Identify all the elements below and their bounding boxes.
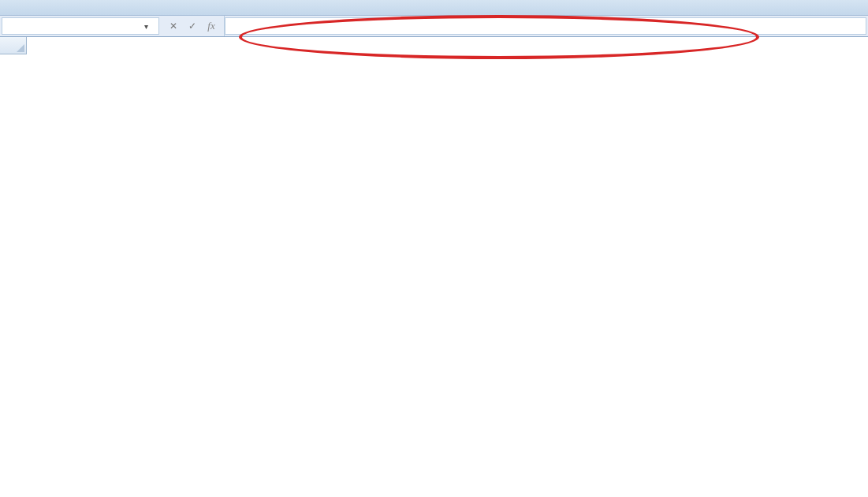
- formula-bar: ▾ ✕ ✓ fx: [0, 16, 868, 37]
- select-all-corner[interactable]: [0, 37, 27, 54]
- ribbon-group-labels: [0, 0, 868, 16]
- spreadsheet-grid: [0, 37, 868, 54]
- accept-formula-icon[interactable]: ✓: [184, 18, 201, 34]
- row-headers: [0, 37, 27, 54]
- formula-input[interactable]: [225, 17, 866, 35]
- fx-icon[interactable]: fx: [203, 18, 220, 34]
- name-box[interactable]: ▾: [2, 17, 159, 35]
- cancel-formula-icon[interactable]: ✕: [165, 18, 182, 34]
- formula-bar-buttons: ✕ ✓ fx: [161, 16, 225, 36]
- name-box-dropdown-icon[interactable]: ▾: [140, 22, 152, 31]
